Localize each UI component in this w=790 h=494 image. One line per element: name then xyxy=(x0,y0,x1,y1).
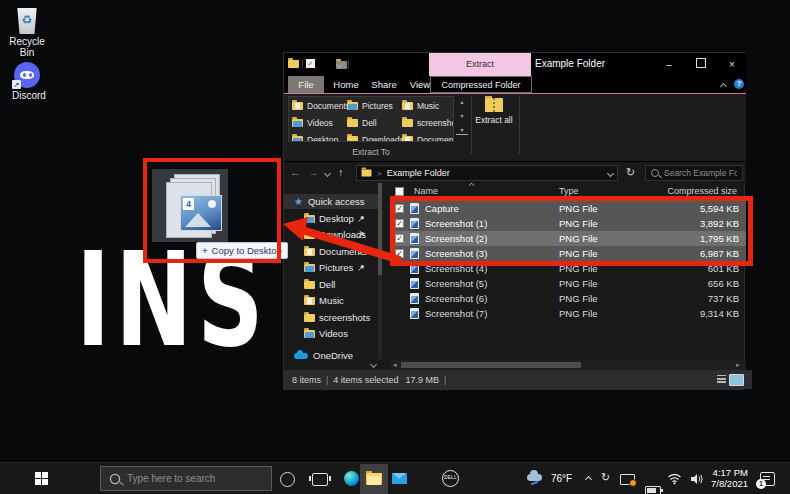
gallery-item-downloads[interactable]: Downloads xyxy=(347,133,399,142)
png-file-icon xyxy=(410,278,419,289)
desktop-icon-label: Discord xyxy=(12,90,42,101)
folder-icon xyxy=(347,102,358,110)
display-alert-icon[interactable] xyxy=(620,474,635,485)
gallery-scroll-down-icon[interactable]: ▾ xyxy=(456,112,468,120)
tab-compressed-folder-tools[interactable]: Compressed Folder Tools xyxy=(430,76,532,93)
wifi-icon[interactable] xyxy=(667,473,682,485)
notification-badge: 1 xyxy=(756,479,766,489)
extract-all-button[interactable]: Extract all xyxy=(474,98,514,158)
forward-icon[interactable]: → xyxy=(308,166,319,178)
table-row[interactable]: Screenshot (6)PNG File737 KB xyxy=(391,291,746,306)
tray-clock[interactable]: 4:17 PM 7/8/2021 xyxy=(706,467,748,489)
column-header-type[interactable]: Type xyxy=(559,186,579,196)
status-selected-count: 4 items selected xyxy=(333,375,398,385)
tab-share[interactable]: Share xyxy=(366,76,402,93)
alert-dot xyxy=(629,479,637,487)
notification-icon: 1 xyxy=(760,472,775,486)
back-icon[interactable]: ← xyxy=(290,166,301,178)
action-center-button[interactable]: 1 xyxy=(760,472,775,486)
speaker-icon[interactable] xyxy=(690,473,703,485)
folder-icon xyxy=(304,297,315,305)
edge-icon xyxy=(344,471,359,486)
maximize-button[interactable] xyxy=(686,53,716,76)
tab-file[interactable]: File xyxy=(288,76,324,93)
zip-folder-icon xyxy=(485,98,503,112)
cortana-button[interactable] xyxy=(280,472,295,487)
gallery-item-desktop[interactable]: Desktop xyxy=(292,133,344,142)
desktop-icon-recycle-bin[interactable]: ♻ Recycle Bin xyxy=(4,8,50,58)
task-view-icon xyxy=(312,473,328,486)
gallery-item-videos[interactable]: Videos xyxy=(292,116,344,130)
mail-icon xyxy=(392,473,407,484)
table-row[interactable]: Screenshot (5)PNG File656 KB xyxy=(391,276,746,291)
ribbon-group-label: Extract To xyxy=(321,147,421,157)
battery-icon[interactable] xyxy=(645,486,661,494)
recent-locations-chevron-icon[interactable] xyxy=(324,170,331,177)
folder-icon xyxy=(402,136,413,142)
scroll-right-icon[interactable]: ▸ xyxy=(736,361,740,369)
start-button[interactable] xyxy=(35,472,48,485)
close-button[interactable]: × xyxy=(718,53,746,76)
folder-icon xyxy=(292,136,303,142)
tab-home[interactable]: Home xyxy=(328,76,364,93)
annotation-rectangle-drag xyxy=(143,158,281,263)
up-icon[interactable]: ↑ xyxy=(338,166,344,178)
sidebar-item-music[interactable]: Music xyxy=(284,293,378,308)
address-dropdown-chevron-icon[interactable] xyxy=(607,169,614,176)
gallery-item-screenshots[interactable]: screenshots xyxy=(402,116,454,130)
address-field[interactable]: > Example Folder xyxy=(356,165,618,181)
ribbon-separator xyxy=(471,96,472,154)
folder-icon xyxy=(347,136,358,142)
gallery-expand-icon[interactable]: ▾ xyxy=(456,126,468,135)
breadcrumb-path[interactable]: Example Folder xyxy=(387,168,450,178)
table-row[interactable]: Screenshot (7)PNG File9,314 KB xyxy=(391,306,746,321)
dell-button[interactable]: DELL xyxy=(442,470,459,487)
qat-properties-icon[interactable]: ✓ xyxy=(306,59,315,68)
minimize-button[interactable]: – xyxy=(654,53,684,76)
details-view-icon[interactable] xyxy=(717,375,726,383)
help-icon[interactable]: ? xyxy=(734,79,744,89)
weather-icon[interactable] xyxy=(527,474,542,481)
gallery-item-documents-2[interactable]: Documents xyxy=(402,133,454,142)
column-header-compressed-size[interactable]: Compressed size xyxy=(667,186,737,196)
gallery-item-documents[interactable]: Documents xyxy=(292,99,344,113)
taskbar-search-box[interactable] xyxy=(100,466,272,491)
refresh-icon[interactable]: ↻ xyxy=(626,166,635,179)
title-bar: | ✓ | Extract Example Folder – × xyxy=(284,53,746,76)
collapse-ribbon-chevron-icon[interactable] xyxy=(720,83,727,90)
large-icons-view-icon[interactable] xyxy=(729,374,744,386)
select-all-checkbox[interactable] xyxy=(395,187,404,196)
extract-to-gallery: Documents Pictures Music Videos Dell scr… xyxy=(288,96,454,142)
folder-icon xyxy=(347,119,358,127)
sidebar-item-videos[interactable]: Videos xyxy=(284,326,378,341)
qat-separator: | xyxy=(347,59,349,69)
task-view-button[interactable] xyxy=(312,473,328,486)
png-file-icon xyxy=(410,293,419,304)
search-icon xyxy=(110,473,120,483)
horizontal-scrollbar-thumb[interactable] xyxy=(401,362,581,368)
hidden-icons-chevron-icon[interactable] xyxy=(585,476,592,483)
sidebar-item-onedrive[interactable]: OneDrive xyxy=(284,348,378,363)
gallery-item-music[interactable]: Music xyxy=(402,99,454,113)
sync-icon[interactable]: ↻ xyxy=(601,471,610,484)
gallery-item-dell[interactable]: Dell xyxy=(347,116,399,130)
mail-button[interactable] xyxy=(392,473,407,484)
gallery-item-pictures[interactable]: Pictures xyxy=(347,99,399,113)
edge-button[interactable] xyxy=(344,471,359,486)
scroll-left-icon[interactable]: ◂ xyxy=(393,361,397,369)
sidebar-item-dell[interactable]: Dell xyxy=(284,277,378,292)
desktop-icon-discord[interactable]: ↗ Discord xyxy=(12,62,42,101)
tray-temperature[interactable]: 76°F xyxy=(551,473,572,484)
column-header-name[interactable]: Name xyxy=(414,186,438,196)
taskbar-search-input[interactable] xyxy=(127,473,271,484)
ribbon-separator xyxy=(519,96,520,154)
sort-ascending-icon xyxy=(469,183,475,189)
file-explorer-button-active[interactable] xyxy=(360,464,388,494)
sidebar-item-screenshots[interactable]: screenshots xyxy=(284,310,378,325)
folder-icon xyxy=(304,330,315,338)
address-folder-icon xyxy=(362,169,372,176)
explorer-search-box[interactable] xyxy=(645,165,743,181)
folder-icon xyxy=(292,102,303,110)
explorer-search-input[interactable] xyxy=(664,168,737,178)
gallery-scroll-up-icon[interactable]: ▴ xyxy=(456,98,468,106)
